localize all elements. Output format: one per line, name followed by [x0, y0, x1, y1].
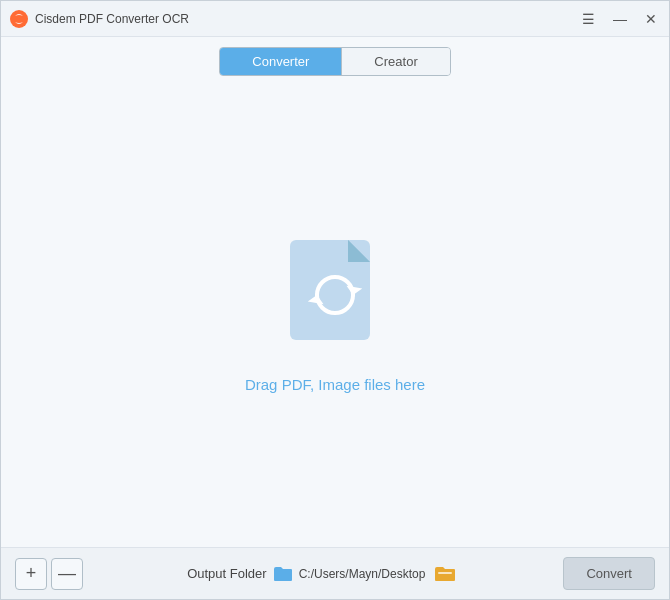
tab-converter[interactable]: Converter	[220, 48, 342, 75]
title-bar: Cisdem PDF Converter OCR ☰ — ✕	[1, 1, 669, 37]
output-folder-section: Output Folder C:/Users/Mayn/Desktop	[187, 560, 459, 588]
tab-container: Converter Creator	[219, 47, 450, 76]
title-bar-controls: ☰ — ✕	[578, 9, 661, 29]
app-window: Cisdem PDF Converter OCR ☰ — ✕ Converter…	[0, 0, 670, 600]
add-file-button[interactable]: +	[15, 558, 47, 590]
close-button[interactable]: ✕	[641, 9, 661, 29]
bottom-left-controls: + —	[15, 558, 83, 590]
svg-rect-4	[438, 572, 452, 574]
tab-bar: Converter Creator	[1, 37, 669, 76]
main-content: Drag PDF, Image files here	[1, 76, 669, 547]
app-logo	[9, 9, 29, 29]
tab-creator[interactable]: Creator	[342, 48, 449, 75]
folder-icon	[273, 566, 293, 582]
output-path: C:/Users/Mayn/Desktop	[299, 567, 426, 581]
menu-button[interactable]: ☰	[578, 9, 599, 29]
svg-point-0	[10, 10, 28, 28]
minimize-button[interactable]: —	[609, 9, 631, 29]
browse-folder-button[interactable]	[431, 560, 459, 588]
drop-area[interactable]: Drag PDF, Image files here	[245, 230, 425, 393]
app-title: Cisdem PDF Converter OCR	[35, 12, 189, 26]
drop-hint-text: Drag PDF, Image files here	[245, 376, 425, 393]
title-bar-left: Cisdem PDF Converter OCR	[9, 9, 189, 29]
bottom-bar: + — Output Folder C:/Users/Mayn/Desktop …	[1, 547, 669, 599]
output-folder-label: Output Folder	[187, 566, 267, 581]
remove-file-button[interactable]: —	[51, 558, 83, 590]
file-drop-icon	[280, 230, 390, 360]
convert-button[interactable]: Convert	[563, 557, 655, 590]
